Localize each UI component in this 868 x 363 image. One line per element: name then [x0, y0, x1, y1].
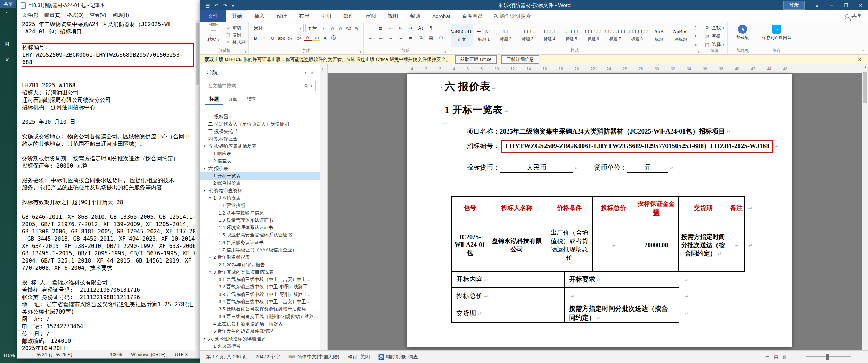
style-gallery-scroll-icon[interactable]: ≡: [695, 43, 696, 47]
style-gallery-item[interactable]: 1.1 标题 2: [495, 24, 517, 47]
style-gallery-item[interactable]: 1.1.1.1.1 标题 5: [560, 24, 582, 47]
editing-command[interactable]: ⚲ 查找 ▾: [705, 24, 725, 31]
chevron-down-icon[interactable]: ▾: [302, 70, 310, 75]
ribbon-tab[interactable]: 引用: [315, 10, 337, 22]
document-scrollbar-thumb[interactable]: [863, 72, 867, 103]
word-count[interactable]: 20472 个字: [255, 354, 280, 360]
expander-icon[interactable]: ▼: [203, 145, 208, 148]
paragraph-format-icon[interactable]: ≡: [387, 34, 395, 41]
heading-tree-item[interactable]: ▼ 1 基本情况表: [200, 194, 320, 202]
heading-tree-item[interactable]: 1 开标一览表: [200, 172, 320, 179]
font-tool-icon[interactable]: A: [337, 24, 345, 32]
vertical-ruler[interactable]: [320, 73, 328, 350]
heading-tree-item[interactable]: 1.4 环境管理体系认证证书: [200, 224, 320, 231]
font-format-icon[interactable]: I: [260, 34, 268, 42]
grid-icon[interactable]: ⊞: [4, 40, 9, 48]
expander-icon[interactable]: ▼: [203, 337, 208, 340]
paragraph-format-icon[interactable]: ≣: [407, 34, 415, 41]
quick-access-icon[interactable]: ↶: [214, 3, 218, 8]
notepad-text-area[interactable]: 2025 年二级物资集中采购A24 大类消防器材（JC2025-WⅡ-A24-0…: [22, 20, 195, 350]
heading-tree-item[interactable]: 2 偏差表: [200, 158, 320, 165]
expander-icon[interactable]: ▼: [203, 167, 208, 170]
heading-tree-item[interactable]: 1 灭火器型号: [200, 342, 320, 350]
heading-tree-item[interactable]: 3.2 西气东输三线中段（中卫-枣阳）线路工...: [200, 283, 320, 291]
ribbon-tab[interactable]: 设计: [271, 10, 293, 22]
heading-tree-item[interactable]: 3.6 西三线闽粤支干线（潮州[27]观窗站）线路...: [200, 313, 320, 320]
heading-tree-item[interactable]: 四 投标保证金: [200, 135, 320, 143]
heading-tree-item[interactable]: ▼ 五 投标响应表及偏差表: [200, 143, 320, 150]
style-gallery-scroll-icon[interactable]: ▾: [695, 34, 697, 38]
expander-icon[interactable]: ▼: [208, 271, 213, 274]
style-gallery-item[interactable]: 1.1.1.1 标题 4: [539, 24, 560, 47]
ribbon-display-options-icon[interactable]: ⌅: [810, 0, 824, 10]
heading-tree-item[interactable]: ▼ 八 技术性能指标的详细描述: [200, 335, 320, 342]
accessibility-indicator[interactable]: ♿辅助功能: 调查: [378, 354, 418, 360]
addins-button[interactable]: a 加载项: [730, 23, 755, 48]
heading-tree-item[interactable]: ▼ 3 近年完成的类似项目情况表: [200, 268, 320, 276]
notepad-menu-item[interactable]: 帮助(H): [109, 11, 132, 19]
ribbon-tab[interactable]: 视图: [382, 10, 404, 22]
font-format-icon[interactable]: A: [304, 35, 312, 41]
ribbon-tab[interactable]: 审阅: [360, 10, 382, 22]
word-titlebar[interactable]: ▤↶↷▾ 永乐-消防器材-投标文件 - Word 登录 ⌅ ─ ❐ ✕: [200, 0, 868, 10]
close-navigation-icon[interactable]: ✕: [309, 70, 315, 75]
notepad-menu-item[interactable]: 文件(F): [19, 11, 41, 19]
paragraph-format-icon[interactable]: ▦: [427, 34, 435, 41]
ribbon-tab[interactable]: 百度网盘: [456, 10, 489, 22]
minimize-button[interactable]: ─: [824, 0, 839, 10]
ribbon-tab[interactable]: 插入: [248, 10, 271, 22]
paste-button[interactable]: 粘贴 ▾: [203, 23, 223, 48]
font-tool-icon[interactable]: A: [329, 24, 337, 32]
clipboard-mini-button[interactable]: ✎ 格式刷: [226, 39, 246, 46]
clipboard-mini-button[interactable]: ✂ 剪切: [226, 25, 246, 32]
dialog-launcher-icon[interactable]: ↘: [697, 49, 700, 53]
heading-tree-item[interactable]: ▼ 七 资格审查资料: [200, 187, 320, 194]
heading-tree-item[interactable]: ▼ 2 近年财务状况表: [200, 254, 320, 261]
paragraph-tool-icon[interactable]: ⋯: [387, 24, 395, 32]
ribbon-tab[interactable]: 开始: [226, 10, 248, 22]
view-mode-icon[interactable]: ▥: [782, 354, 786, 360]
ribbon-tab[interactable]: 邮件: [337, 10, 360, 22]
notepad-scrollbar[interactable]: [195, 20, 200, 350]
zoom-out-button[interactable]: −: [795, 354, 798, 360]
editing-command[interactable]: ▢ 选择 ▾: [705, 41, 725, 48]
font-size-combo[interactable]: 五号 ▾: [305, 24, 327, 32]
expander-icon[interactable]: ▼: [208, 196, 213, 200]
collapse-ribbon-icon[interactable]: ︿: [861, 48, 865, 53]
style-gallery-item[interactable]: 1.1.1.1.1.1 标题 6: [582, 24, 604, 47]
close-button[interactable]: ✕: [853, 0, 868, 10]
restore-button[interactable]: ❐: [839, 0, 853, 10]
heading-tree-item[interactable]: 5 近年发生的诉讼及仲裁情况: [200, 328, 320, 335]
ribbon-tab[interactable]: 帮助: [404, 10, 426, 22]
style-gallery-item[interactable]: AaBbCcDd 正文: [451, 24, 473, 47]
heading-tree-item[interactable]: 一 投标函: [200, 113, 320, 120]
font-format-icon[interactable]: x₂: [286, 34, 294, 42]
notepad-menu-item[interactable]: 编辑(E): [41, 11, 64, 19]
heading-tree-item[interactable]: 2 综合报价表: [200, 180, 320, 187]
dialog-launcher-icon[interactable]: ↘: [244, 49, 247, 53]
paragraph-tool-icon[interactable]: ≣: [377, 24, 385, 32]
heading-tree-item[interactable]: 3.3 西气东输三线中段（中卫-枣阳）线路工...: [200, 291, 320, 298]
track-changes-indicator[interactable]: 修订: 关闭: [348, 354, 370, 360]
zoom-slider[interactable]: [806, 356, 851, 357]
signin-button[interactable]: 登录: [783, 1, 805, 10]
close-warning-icon[interactable]: ✕: [855, 57, 864, 62]
paragraph-format-icon[interactable]: ≡: [397, 34, 405, 41]
expander-icon[interactable]: ▼: [203, 189, 208, 192]
font-format-icon[interactable]: x²: [295, 34, 303, 42]
font-format-icon[interactable]: B: [252, 34, 260, 42]
heading-tree-item[interactable]: 二 法定代表人（单位负责人）身份证明: [200, 120, 320, 128]
navigation-tab[interactable]: 结果: [242, 95, 261, 105]
font-format-icon[interactable]: A: [321, 34, 329, 42]
font-format-icon[interactable]: Ⓐ: [330, 34, 338, 42]
heading-tree-item[interactable]: 1.7 信用等级证书（AAA级信用企业）: [200, 246, 320, 253]
editing-command[interactable]: ⇄ 替换: [705, 33, 725, 40]
background-share-button[interactable]: 共享: [0, 0, 16, 8]
chevron-down-icon[interactable]: ⌄: [5, 9, 8, 14]
quick-access-icon[interactable]: ▤: [205, 3, 210, 8]
heading-tree-item[interactable]: 1.2 基本存款账户信息: [200, 209, 320, 217]
font-tool-icon[interactable]: ✎: [353, 24, 361, 32]
paragraph-format-icon[interactable]: ≡: [367, 34, 375, 41]
font-tool-icon[interactable]: Aa: [345, 24, 353, 32]
paragraph-tool-icon[interactable]: ¶: [427, 24, 435, 32]
